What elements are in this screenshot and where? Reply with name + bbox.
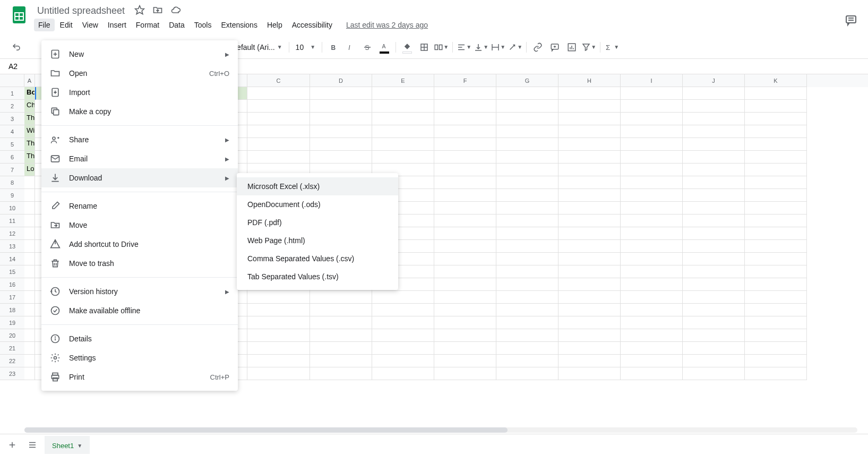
menu-move[interactable]: Move	[41, 216, 238, 235]
cell[interactable]: Th	[24, 138, 35, 151]
cell[interactable]	[434, 138, 496, 151]
cell[interactable]	[434, 214, 496, 227]
cell[interactable]	[372, 100, 434, 113]
cell[interactable]	[496, 291, 558, 304]
cell[interactable]: Th	[24, 113, 35, 125]
row-header[interactable]: 15	[0, 265, 24, 278]
cell[interactable]	[310, 367, 372, 380]
col-header[interactable]: K	[745, 74, 807, 87]
last-edit-link[interactable]: Last edit was 2 days ago	[346, 19, 428, 31]
cell[interactable]	[496, 151, 558, 164]
cell[interactable]	[683, 164, 745, 176]
cell[interactable]	[247, 316, 310, 329]
cell[interactable]	[372, 329, 434, 342]
cell[interactable]	[310, 342, 372, 355]
select-all-corner[interactable]	[0, 74, 24, 87]
cell[interactable]	[621, 342, 683, 355]
cell[interactable]	[24, 227, 35, 240]
cell[interactable]	[310, 316, 372, 329]
cell[interactable]	[434, 164, 496, 176]
cell[interactable]	[496, 355, 558, 367]
menu-accessibility[interactable]: Accessibility	[288, 19, 337, 31]
cell[interactable]	[745, 138, 807, 151]
download-pdf[interactable]: PDF (.pdf)	[237, 213, 398, 231]
cell[interactable]	[372, 304, 434, 316]
menu-add-shortcut[interactable]: Add shortcut to Drive	[41, 235, 238, 254]
cell[interactable]	[745, 176, 807, 189]
col-header[interactable]: A	[24, 74, 35, 87]
cell[interactable]	[745, 253, 807, 265]
cell[interactable]	[372, 87, 434, 100]
cell[interactable]	[434, 125, 496, 138]
cell[interactable]	[621, 100, 683, 113]
cell[interactable]	[558, 278, 621, 291]
cell[interactable]	[434, 265, 496, 278]
col-header[interactable]: G	[496, 74, 558, 87]
functions-button[interactable]: Σ▼	[604, 39, 620, 55]
chart-button[interactable]	[564, 39, 580, 55]
cell[interactable]	[558, 253, 621, 265]
cell[interactable]	[24, 240, 35, 253]
cell[interactable]	[496, 214, 558, 227]
row-header[interactable]: 13	[0, 240, 24, 253]
cell[interactable]	[558, 189, 621, 202]
halign-button[interactable]: ▼	[456, 39, 472, 55]
cell[interactable]	[621, 202, 683, 214]
cell[interactable]	[24, 189, 35, 202]
cell[interactable]	[745, 304, 807, 316]
sheets-logo[interactable]	[8, 4, 30, 25]
col-header[interactable]: I	[621, 74, 683, 87]
cell[interactable]	[24, 214, 35, 227]
menu-version-history[interactable]: Version history▶	[41, 282, 238, 301]
cell[interactable]	[372, 113, 434, 125]
cell[interactable]	[621, 189, 683, 202]
cell[interactable]	[496, 304, 558, 316]
cell[interactable]	[621, 164, 683, 176]
cell[interactable]	[372, 151, 434, 164]
cell[interactable]: Lo	[24, 164, 35, 176]
cell[interactable]	[24, 278, 35, 291]
cell[interactable]	[621, 291, 683, 304]
cell[interactable]: Wi	[24, 125, 35, 138]
download-csv[interactable]: Comma Separated Values (.csv)	[237, 250, 398, 268]
cell[interactable]	[372, 355, 434, 367]
cell[interactable]	[683, 113, 745, 125]
cell[interactable]	[745, 265, 807, 278]
cell[interactable]	[434, 227, 496, 240]
cell[interactable]	[683, 316, 745, 329]
cell[interactable]	[247, 138, 310, 151]
cell[interactable]	[24, 253, 35, 265]
undo-button[interactable]	[8, 39, 24, 55]
menu-extensions[interactable]: Extensions	[217, 19, 261, 31]
cell[interactable]	[247, 113, 310, 125]
cell[interactable]	[621, 316, 683, 329]
move-icon[interactable]	[152, 5, 163, 18]
cell[interactable]	[496, 189, 558, 202]
cell[interactable]	[310, 87, 372, 100]
cell[interactable]	[247, 100, 310, 113]
cell[interactable]	[745, 240, 807, 253]
cell[interactable]	[621, 87, 683, 100]
cell[interactable]	[683, 214, 745, 227]
cell[interactable]	[621, 125, 683, 138]
menu-settings[interactable]: Settings	[41, 348, 238, 367]
cell[interactable]	[558, 151, 621, 164]
cell[interactable]	[310, 291, 372, 304]
cell[interactable]	[372, 316, 434, 329]
cell[interactable]	[683, 304, 745, 316]
cell[interactable]	[310, 100, 372, 113]
cell[interactable]	[496, 240, 558, 253]
menu-share[interactable]: Share▶	[41, 130, 238, 149]
cell[interactable]	[496, 278, 558, 291]
cell[interactable]	[372, 125, 434, 138]
menu-import[interactable]: Import	[41, 83, 238, 102]
menu-email[interactable]: Email▶	[41, 149, 238, 168]
cell[interactable]	[24, 265, 35, 278]
col-header[interactable]: F	[434, 74, 496, 87]
cell[interactable]	[558, 202, 621, 214]
cell[interactable]	[621, 151, 683, 164]
rotate-button[interactable]: ▼	[507, 39, 523, 55]
download-ods[interactable]: OpenDocument (.ods)	[237, 195, 398, 213]
scroll-thumb[interactable]	[24, 427, 508, 433]
row-header[interactable]: 5	[0, 138, 24, 151]
